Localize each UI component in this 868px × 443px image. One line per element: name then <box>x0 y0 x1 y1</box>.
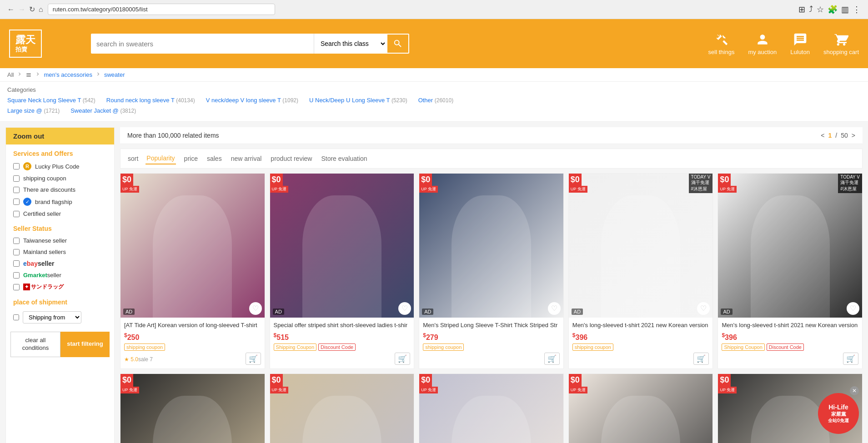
sort-tab-new-arrival[interactable]: new arrival <box>230 153 263 164</box>
product-image-5: $0 UP 免運 TODAY V滿千免運#沐恩屋 AD ♡ <box>718 174 862 318</box>
address-bar[interactable]: ruten.com.tw/category/00180005/list <box>48 4 275 15</box>
sort-tab-sales[interactable]: sales <box>206 153 223 164</box>
add-to-cart-button-4[interactable]: 🛒 <box>693 353 709 365</box>
product-price-2: $515 <box>274 332 411 342</box>
wishlist-button-5[interactable]: ♡ <box>847 302 859 315</box>
sundrug-checkbox[interactable] <box>13 284 20 290</box>
product-card-8[interactable]: $0 UP 免運 ♡ GILDAN long sleeve pure cotto… <box>419 373 564 443</box>
sell-things-action[interactable]: sell things <box>708 32 735 55</box>
add-to-cart-button-1[interactable]: 🛒 <box>246 353 261 365</box>
product-title-4: Men's long-sleeved t-shirt 2021 new Kore… <box>572 321 709 329</box>
cat-large-size[interactable]: Large size @ (1721) <box>7 107 60 114</box>
luluton-action[interactable]: Luluton <box>790 32 810 55</box>
categories-links-2: Large size @ (1721) Sweater Jacket @ (38… <box>7 107 861 114</box>
prev-page-btn[interactable]: < <box>821 132 824 139</box>
seller-taiwanese: Taiwanese seller <box>6 235 114 246</box>
page-separator: / <box>835 132 837 139</box>
content-area: More than 100,000 related items < 1 / 50… <box>120 127 863 443</box>
next-page-btn[interactable]: > <box>852 132 855 139</box>
search-area: Search this class <box>91 34 409 54</box>
product-image-7: $0 UP 免運 ♡ <box>270 374 414 443</box>
nav-home[interactable]: ⌂ <box>39 5 43 14</box>
seller-gmarket: Gmarketseller <box>6 269 114 281</box>
breadcrumb-all[interactable]: All <box>7 71 14 78</box>
product-card-1[interactable]: $0 UP 免運 AD ♡ [AT Tide Art] Korean versi… <box>120 173 265 369</box>
hilife-popup[interactable]: Hi-Life 家嚴黨 全站0免運 <box>818 393 859 434</box>
wishlist-button-4[interactable]: ♡ <box>697 302 710 315</box>
place-of-shipment-title: place of shipment <box>6 293 114 309</box>
nav-forward[interactable]: → <box>18 5 25 14</box>
bookmark-icon[interactable]: ☆ <box>817 5 824 15</box>
start-filtering-button[interactable]: start filtering <box>60 332 110 357</box>
cat-other[interactable]: Other (26010) <box>418 97 454 104</box>
header-actions: sell things my auction Luluton shopping … <box>708 32 859 55</box>
product-price-1: $250 <box>124 332 261 342</box>
products-grid: $0 UP 免運 AD ♡ [AT Tide Art] Korean versi… <box>120 173 863 443</box>
cat-round-neck[interactable]: Round neck long sleeve T (40134) <box>106 97 195 104</box>
service-brand-flagship: ✓ brand flagship <box>6 195 114 208</box>
menu-icon[interactable]: ⋮ <box>853 5 861 15</box>
discounts-checkbox[interactable] <box>13 187 20 193</box>
share-icon[interactable]: ⤴ <box>809 5 813 14</box>
breadcrumb-mens-accessories[interactable]: men's accessories <box>44 71 92 78</box>
product-card-5[interactable]: $0 UP 免運 TODAY V滿千免運#沐恩屋 AD ♡ Men's long… <box>717 173 863 369</box>
product-card-6[interactable]: $0 UP 免運 ♡ Long sleeve men's T-shirt aut… <box>120 373 265 443</box>
product-card-3[interactable]: $0 UP 免運 AD ♡ Men's Striped Long Sleeve … <box>419 173 564 369</box>
sort-tab-price[interactable]: price <box>183 153 199 164</box>
wishlist-button-3[interactable]: ♡ <box>548 302 561 315</box>
sort-tab-popularity[interactable]: Popularity <box>146 153 176 164</box>
shipping-from-select[interactable]: Shipping from Taiwan Mainland China Japa… <box>23 311 81 324</box>
add-to-cart-button-5[interactable]: 🛒 <box>843 353 858 365</box>
free-ship-badge: $0 UP 免運 <box>270 174 289 193</box>
lucky-plus-checkbox[interactable] <box>13 163 20 169</box>
certified-seller-checkbox[interactable] <box>13 211 20 217</box>
product-card-7[interactable]: $0 UP 免運 ♡ Cotton round neck long-sleeve… <box>270 373 415 443</box>
nav-back[interactable]: ← <box>7 5 15 14</box>
free-ship-badge: $0 UP 免運 <box>270 374 289 393</box>
wishlist-button-1[interactable]: ♡ <box>249 302 262 315</box>
search-button[interactable] <box>386 34 409 54</box>
sort-tab-store-evaluation[interactable]: Store evaluation <box>320 153 368 164</box>
currency-symbol: $ <box>274 332 277 338</box>
sidebar: Zoom out Services and Offers R Lucky Plu… <box>5 127 115 443</box>
sort-tab-product-review[interactable]: product review <box>270 153 313 164</box>
extension-icon[interactable]: 🧩 <box>828 5 838 15</box>
breadcrumb-sweater[interactable]: sweater <box>104 71 125 78</box>
search-scope-dropdown[interactable]: Search this class <box>314 34 386 54</box>
close-hilife-button[interactable]: ✕ <box>850 386 859 395</box>
product-card-9[interactable]: $0 UP 免運 ♡ Comfortable soft cotton men's… <box>568 373 713 443</box>
ebay-seller-checkbox[interactable] <box>13 260 20 267</box>
clear-conditions-button[interactable]: clear all conditions <box>10 332 60 357</box>
gmarket-seller-checkbox[interactable] <box>13 272 20 279</box>
search-input[interactable] <box>91 34 314 54</box>
main-layout: Zoom out Services and Offers R Lucky Plu… <box>0 122 868 443</box>
product-card-2[interactable]: $0 UP 免運 AD ♡ Special offer striped shir… <box>270 173 415 369</box>
shopping-cart-action[interactable]: shopping cart <box>823 32 859 55</box>
sidebar-icon[interactable]: ▥ <box>841 5 849 15</box>
cat-u-neck[interactable]: U Neck/Deep U Long Sleeve T (5230) <box>309 97 407 104</box>
product-card-4[interactable]: $0 UP 免運 TODAY V滿千免運#沐恩屋 AD ♡ Men's long… <box>568 173 713 369</box>
site-logo[interactable]: 露天 拍賣 <box>9 30 42 58</box>
shipping-from-checkbox[interactable] <box>13 314 19 320</box>
services-title: Services and Offers <box>6 144 114 160</box>
cat-sweater-jacket[interactable]: Sweater Jacket @ (3812) <box>70 107 136 114</box>
brand-flagship-checkbox[interactable] <box>13 199 20 205</box>
translate-icon[interactable]: ⊞ <box>798 5 805 15</box>
mainland-seller-label: Mainland sellers <box>23 249 66 255</box>
mainland-seller-checkbox[interactable] <box>13 249 20 255</box>
add-to-cart-button-3[interactable]: 🛒 <box>544 353 560 365</box>
cat-square-neck[interactable]: Square Neck Long Sleeve T (542) <box>7 97 95 104</box>
wishlist-button-2[interactable]: ♡ <box>398 302 411 315</box>
cat-v-neck[interactable]: V neck/deep V long sleeve T (1092) <box>206 97 298 104</box>
taiwanese-seller-label: Taiwanese seller <box>23 237 67 244</box>
product-footer-5: 🛒 <box>722 353 858 365</box>
product-price-3: $279 <box>423 332 560 342</box>
my-auction-action[interactable]: my auction <box>748 32 777 55</box>
product-info-5: Men's long-sleeved t-shirt 2021 new Kore… <box>718 318 862 369</box>
nav-refresh[interactable]: ↻ <box>29 5 35 14</box>
taiwanese-seller-checkbox[interactable] <box>13 238 20 244</box>
add-to-cart-button-2[interactable]: 🛒 <box>395 353 410 365</box>
site-header: 露天 拍賣 Search this class sell things my a… <box>0 19 868 68</box>
shipping-coupon-checkbox[interactable] <box>13 175 20 182</box>
ad-badge: AD <box>273 309 284 315</box>
